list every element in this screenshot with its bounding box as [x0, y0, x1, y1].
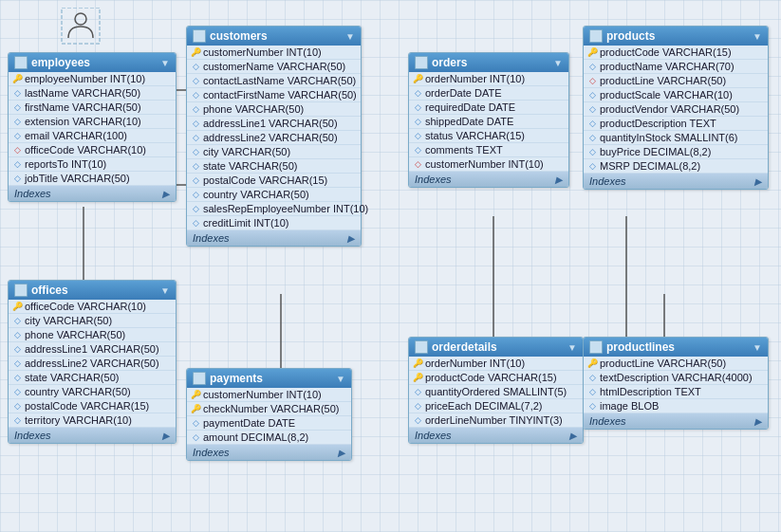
- table-arrow-payments[interactable]: ▼: [336, 374, 345, 384]
- table-icon-offices: [14, 284, 28, 297]
- field-status: ◇ status VARCHAR(15): [409, 129, 568, 143]
- table-arrow-orderdetails[interactable]: ▼: [567, 342, 577, 353]
- erd-canvas: employees ▼ 🔑 employeeNumber INT(10) ◇ l…: [0, 0, 781, 532]
- footer-arrow: ▶: [162, 431, 170, 441]
- table-footer-employees[interactable]: Indexes ▶: [9, 186, 176, 201]
- table-orders[interactable]: orders ▼ 🔑 orderNumber INT(10) ◇ orderDa…: [408, 52, 569, 188]
- table-arrow-products[interactable]: ▼: [753, 31, 762, 42]
- field-addressLine1: ◇ addressLine1 VARCHAR(50): [187, 117, 361, 131]
- table-footer-payments[interactable]: Indexes ▶: [187, 445, 351, 460]
- field-quantityInStock: ◇ quantityInStock SMALLINT(6): [584, 131, 768, 145]
- table-arrow-productlines[interactable]: ▼: [753, 342, 762, 353]
- key-icon: 🔑: [413, 373, 422, 382]
- table-icon-customers: [193, 29, 206, 43]
- table-title-customers: customers: [210, 29, 268, 43]
- field-productLine: ◇ productLine VARCHAR(50): [584, 74, 768, 88]
- table-title-productlines: productlines: [606, 340, 675, 354]
- diamond-icon: ◇: [12, 415, 22, 425]
- field-state: ◇ state VARCHAR(50): [187, 159, 361, 174]
- table-icon-employees: [14, 56, 28, 69]
- table-arrow-customers[interactable]: ▼: [345, 31, 355, 42]
- table-footer-products[interactable]: Indexes ▶: [584, 174, 768, 189]
- field-quantityOrdered: ◇ quantityOrdered SMALLINT(5): [409, 385, 583, 399]
- field-country: ◇ country VARCHAR(50): [187, 188, 361, 202]
- field-city: ◇ city VARCHAR(50): [187, 145, 361, 159]
- table-icon-payments: [193, 372, 206, 385]
- table-title-orders: orders: [432, 56, 467, 69]
- table-icon-orderdetails: [415, 340, 428, 354]
- field-addressLine2: ◇ addressLine2 VARCHAR(50): [187, 131, 361, 145]
- table-employees[interactable]: employees ▼ 🔑 employeeNumber INT(10) ◇ l…: [8, 52, 177, 202]
- table-footer-orderdetails[interactable]: Indexes ▶: [409, 428, 583, 443]
- field-customerNumber: 🔑 customerNumber INT(10): [187, 46, 361, 60]
- key-icon: 🔑: [191, 404, 200, 413]
- field-htmlDescription: ◇ htmlDescription TEXT: [584, 385, 768, 399]
- diamond-icon: ◇: [12, 88, 22, 98]
- table-icon-orders: [415, 56, 428, 69]
- table-offices[interactable]: offices ▼ 🔑 officeCode VARCHAR(10) ◇ cit…: [8, 280, 177, 444]
- table-title-payments: payments: [210, 372, 263, 385]
- footer-arrow: ▶: [162, 189, 170, 199]
- red-diamond-icon: ◇: [587, 76, 597, 85]
- table-customers[interactable]: customers ▼ 🔑 customerNumber INT(10) ◇ c…: [186, 26, 362, 247]
- employees-figure-svg: [57, 8, 104, 46]
- table-arrow-offices[interactable]: ▼: [160, 285, 170, 296]
- table-footer-offices[interactable]: Indexes ▶: [9, 428, 176, 443]
- diamond-icon: ◇: [413, 145, 422, 155]
- diamond-icon: ◇: [413, 131, 422, 140]
- table-arrow-orders[interactable]: ▼: [553, 58, 563, 68]
- field-creditLimit: ◇ creditLimit INT(10): [187, 216, 361, 230]
- diamond-icon: ◇: [587, 387, 597, 396]
- diamond-icon: ◇: [587, 62, 597, 71]
- footer-arrow: ▶: [754, 416, 762, 427]
- employees-figure: [57, 8, 104, 47]
- field-territory: ◇ territory VARCHAR(10): [9, 413, 176, 428]
- field-productCode: 🔑 productCode VARCHAR(15): [584, 46, 768, 60]
- table-productlines[interactable]: productlines ▼ 🔑 productLine VARCHAR(50)…: [583, 337, 769, 430]
- key-icon: 🔑: [191, 47, 200, 57]
- table-footer-customers[interactable]: Indexes ▶: [187, 230, 361, 246]
- field-state: ◇ state VARCHAR(50): [9, 371, 176, 385]
- table-header-orderdetails: orderdetails ▼: [409, 338, 583, 357]
- field-buyPrice: ◇ buyPrice DECIMAL(8,2): [584, 145, 768, 159]
- footer-arrow: ▶: [569, 431, 577, 441]
- table-arrow-employees[interactable]: ▼: [160, 58, 170, 68]
- footer-arrow: ▶: [754, 176, 762, 187]
- field-productVendor: ◇ productVendor VARCHAR(50): [584, 102, 768, 117]
- field-orderNumber: 🔑 orderNumber INT(10): [409, 357, 583, 371]
- field-productLine: 🔑 productLine VARCHAR(50): [584, 357, 768, 371]
- red-diamond-icon: ◇: [12, 145, 22, 155]
- table-payments[interactable]: payments ▼ 🔑 customerNumber INT(10) 🔑 ch…: [186, 368, 352, 461]
- field-productDescription: ◇ productDescription TEXT: [584, 117, 768, 131]
- key-icon: 🔑: [191, 390, 200, 399]
- diamond-icon: ◇: [191, 418, 200, 428]
- table-footer-orders[interactable]: Indexes ▶: [409, 172, 568, 187]
- field-customerNumber: 🔑 customerNumber INT(10): [187, 388, 351, 402]
- field-customerNumber: ◇ customerNumber INT(10): [409, 157, 568, 172]
- diamond-icon: ◇: [12, 117, 22, 126]
- diamond-icon: ◇: [413, 415, 422, 425]
- diamond-icon: ◇: [191, 218, 200, 228]
- diamond-icon: ◇: [12, 401, 22, 411]
- table-header-customers: customers ▼: [187, 27, 361, 46]
- field-shippedDate: ◇ shippedDate DATE: [409, 115, 568, 129]
- diamond-icon: ◇: [12, 159, 22, 169]
- field-image: ◇ image BLOB: [584, 399, 768, 413]
- field-phone: ◇ phone VARCHAR(50): [187, 102, 361, 117]
- diamond-icon: ◇: [587, 401, 597, 411]
- field-requiredDate: ◇ requiredDate DATE: [409, 101, 568, 115]
- table-orderdetails[interactable]: orderdetails ▼ 🔑 orderNumber INT(10) 🔑 p…: [408, 337, 584, 444]
- table-products[interactable]: products ▼ 🔑 productCode VARCHAR(15) ◇ p…: [583, 26, 769, 190]
- key-icon: 🔑: [12, 74, 22, 83]
- table-footer-productlines[interactable]: Indexes ▶: [584, 413, 768, 429]
- diamond-icon: ◇: [12, 131, 22, 140]
- field-jobTitle: ◇ jobTitle VARCHAR(50): [9, 172, 176, 186]
- diamond-icon: ◇: [587, 147, 597, 156]
- diamond-icon: ◇: [191, 119, 200, 128]
- key-icon: 🔑: [587, 358, 597, 368]
- field-customerName: ◇ customerName VARCHAR(50): [187, 60, 361, 74]
- table-header-offices: offices ▼: [9, 281, 176, 300]
- footer-arrow: ▶: [338, 448, 345, 458]
- footer-arrow: ▶: [347, 233, 355, 244]
- diamond-icon: ◇: [191, 147, 200, 156]
